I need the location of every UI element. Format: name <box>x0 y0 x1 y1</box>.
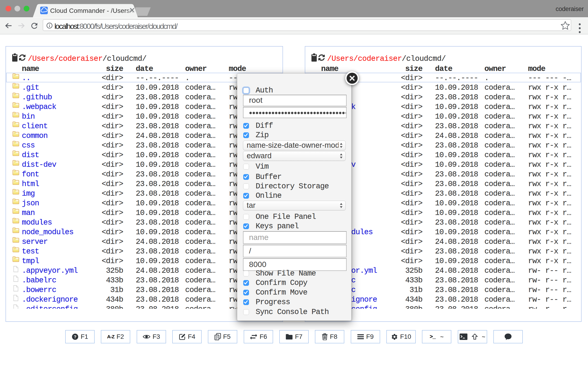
svg-text:?: ? <box>74 334 77 339</box>
